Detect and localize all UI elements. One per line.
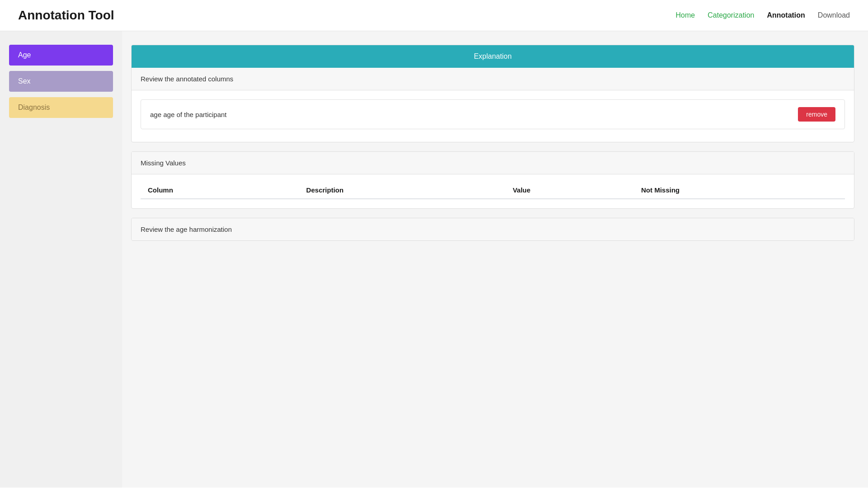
missing-values-thead: Column Description Value Not Missing [141,182,845,199]
explanation-header: Explanation [132,45,854,68]
missing-values-panel: Missing Values Column Description Value … [131,151,854,209]
main-nav: Home Categorization Annotation Download [676,11,850,19]
sidebar-item-age[interactable]: Age [9,45,113,66]
col-header-description: Description [299,182,505,199]
explanation-panel: Explanation Review the annotated columns… [131,45,854,142]
nav-annotation[interactable]: Annotation [767,11,805,19]
harmonization-header: Review the age harmonization [132,218,854,240]
missing-values-table: Column Description Value Not Missing [141,182,845,199]
app-title: Annotation Tool [18,8,114,23]
main-content: Explanation Review the annotated columns… [122,31,868,488]
sidebar-item-sex[interactable]: Sex [9,71,113,92]
annotation-entries-body: age age of the participant remove [132,90,854,142]
review-columns-header: Review the annotated columns [132,68,854,90]
nav-categorization[interactable]: Categorization [708,11,754,19]
missing-values-header: Missing Values [132,152,854,174]
annotation-row: age age of the participant remove [141,99,845,129]
app-header: Annotation Tool Home Categorization Anno… [0,0,868,31]
sidebar-item-diagnosis[interactable]: Diagnosis [9,97,113,118]
annotation-text: age age of the participant [150,111,226,118]
remove-button[interactable]: remove [798,107,835,122]
nav-download[interactable]: Download [818,11,850,19]
nav-home[interactable]: Home [676,11,695,19]
missing-values-body: Column Description Value Not Missing [132,174,854,208]
sidebar: Age Sex Diagnosis [0,31,122,488]
table-header-row: Column Description Value Not Missing [141,182,845,199]
col-header-value: Value [505,182,634,199]
col-header-column: Column [141,182,299,199]
harmonization-panel: Review the age harmonization [131,218,854,241]
main-layout: Age Sex Diagnosis Explanation Review the… [0,31,868,488]
col-header-not-missing: Not Missing [634,182,845,199]
